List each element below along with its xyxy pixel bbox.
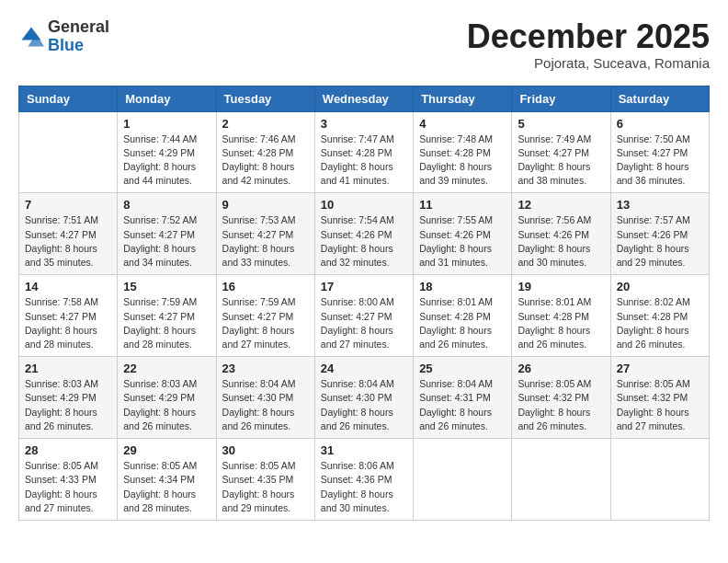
calendar-cell xyxy=(610,439,709,521)
logo-icon xyxy=(18,24,44,50)
weekday-header-sunday: Sunday xyxy=(19,86,118,111)
calendar-cell: 25Sunrise: 8:04 AM Sunset: 4:31 PM Dayli… xyxy=(414,357,512,439)
calendar-cell: 22Sunrise: 8:03 AM Sunset: 4:29 PM Dayli… xyxy=(118,357,216,439)
day-number: 11 xyxy=(419,198,506,212)
calendar-cell: 12Sunrise: 7:56 AM Sunset: 4:26 PM Dayli… xyxy=(512,193,610,275)
day-info: Sunrise: 7:49 AM Sunset: 4:27 PM Dayligh… xyxy=(518,132,604,189)
day-number: 17 xyxy=(321,280,407,293)
calendar-cell: 9Sunrise: 7:53 AM Sunset: 4:27 PM Daylig… xyxy=(216,193,314,275)
weekday-header-wednesday: Wednesday xyxy=(314,86,413,111)
day-info: Sunrise: 8:00 AM Sunset: 4:27 PM Dayligh… xyxy=(321,295,407,351)
calendar-cell: 24Sunrise: 8:04 AM Sunset: 4:30 PM Dayli… xyxy=(314,357,413,439)
weekday-header-saturday: Saturday xyxy=(610,86,709,111)
logo-blue: Blue xyxy=(48,36,84,54)
calendar-cell: 19Sunrise: 8:01 AM Sunset: 4:28 PM Dayli… xyxy=(512,275,610,357)
calendar-cell: 4Sunrise: 7:48 AM Sunset: 4:28 PM Daylig… xyxy=(414,111,512,193)
calendar-table: SundayMondayTuesdayWednesdayThursdayFrid… xyxy=(18,86,710,521)
day-info: Sunrise: 8:05 AM Sunset: 4:35 PM Dayligh… xyxy=(222,459,309,515)
weekday-header-monday: Monday xyxy=(118,86,216,111)
calendar-cell: 31Sunrise: 8:06 AM Sunset: 4:36 PM Dayli… xyxy=(314,439,413,521)
month-title: December 2025 xyxy=(467,18,710,55)
title-block: December 2025 Pojorata, Suceava, Romania xyxy=(467,18,710,71)
day-number: 23 xyxy=(222,362,309,375)
calendar-cell: 7Sunrise: 7:51 AM Sunset: 4:27 PM Daylig… xyxy=(19,193,118,275)
day-info: Sunrise: 8:05 AM Sunset: 4:32 PM Dayligh… xyxy=(518,377,604,433)
weekday-header-tuesday: Tuesday xyxy=(216,86,314,111)
location: Pojorata, Suceava, Romania xyxy=(467,55,710,71)
day-info: Sunrise: 8:03 AM Sunset: 4:29 PM Dayligh… xyxy=(25,377,111,433)
day-number: 29 xyxy=(123,443,210,457)
calendar-cell: 18Sunrise: 8:01 AM Sunset: 4:28 PM Dayli… xyxy=(414,275,512,357)
calendar-cell: 14Sunrise: 7:58 AM Sunset: 4:27 PM Dayli… xyxy=(19,275,118,357)
day-info: Sunrise: 8:03 AM Sunset: 4:29 PM Dayligh… xyxy=(123,377,210,433)
day-info: Sunrise: 8:05 AM Sunset: 4:34 PM Dayligh… xyxy=(123,459,210,515)
day-info: Sunrise: 7:54 AM Sunset: 4:26 PM Dayligh… xyxy=(321,213,407,270)
day-number: 20 xyxy=(617,280,703,293)
calendar-cell: 3Sunrise: 7:47 AM Sunset: 4:28 PM Daylig… xyxy=(314,111,413,193)
calendar-cell: 8Sunrise: 7:52 AM Sunset: 4:27 PM Daylig… xyxy=(118,193,216,275)
calendar-cell: 29Sunrise: 8:05 AM Sunset: 4:34 PM Dayli… xyxy=(118,439,216,521)
day-info: Sunrise: 7:52 AM Sunset: 4:27 PM Dayligh… xyxy=(123,213,210,270)
calendar-cell: 28Sunrise: 8:05 AM Sunset: 4:33 PM Dayli… xyxy=(19,439,118,521)
day-info: Sunrise: 8:01 AM Sunset: 4:28 PM Dayligh… xyxy=(419,295,506,351)
day-info: Sunrise: 8:05 AM Sunset: 4:33 PM Dayligh… xyxy=(25,459,111,515)
day-number: 30 xyxy=(222,443,309,457)
calendar-week-1: 1Sunrise: 7:44 AM Sunset: 4:29 PM Daylig… xyxy=(19,111,710,193)
calendar-cell xyxy=(414,439,512,521)
day-number: 19 xyxy=(518,280,604,293)
day-number: 26 xyxy=(518,362,604,375)
calendar-cell: 21Sunrise: 8:03 AM Sunset: 4:29 PM Dayli… xyxy=(19,357,118,439)
day-number: 7 xyxy=(25,198,111,212)
calendar-cell: 27Sunrise: 8:05 AM Sunset: 4:32 PM Dayli… xyxy=(610,357,709,439)
calendar-cell: 6Sunrise: 7:50 AM Sunset: 4:27 PM Daylig… xyxy=(610,111,709,193)
weekday-header-thursday: Thursday xyxy=(414,86,512,111)
calendar-cell: 26Sunrise: 8:05 AM Sunset: 4:32 PM Dayli… xyxy=(512,357,610,439)
day-info: Sunrise: 8:04 AM Sunset: 4:30 PM Dayligh… xyxy=(222,377,309,433)
weekday-header-friday: Friday xyxy=(512,86,610,111)
day-number: 22 xyxy=(123,362,210,375)
day-info: Sunrise: 7:46 AM Sunset: 4:28 PM Dayligh… xyxy=(222,132,309,189)
logo-text: General Blue xyxy=(48,18,109,55)
day-number: 18 xyxy=(419,280,506,293)
day-number: 1 xyxy=(123,117,210,131)
calendar-cell xyxy=(512,439,610,521)
calendar-cell: 10Sunrise: 7:54 AM Sunset: 4:26 PM Dayli… xyxy=(314,193,413,275)
day-number: 14 xyxy=(25,280,111,293)
day-info: Sunrise: 7:51 AM Sunset: 4:27 PM Dayligh… xyxy=(25,213,111,270)
day-number: 4 xyxy=(419,117,506,131)
calendar-week-2: 7Sunrise: 7:51 AM Sunset: 4:27 PM Daylig… xyxy=(19,193,710,275)
logo: General Blue xyxy=(18,18,109,55)
calendar-cell: 2Sunrise: 7:46 AM Sunset: 4:28 PM Daylig… xyxy=(216,111,314,193)
calendar-cell: 1Sunrise: 7:44 AM Sunset: 4:29 PM Daylig… xyxy=(118,111,216,193)
day-number: 5 xyxy=(518,117,604,131)
page-header: General Blue December 2025 Pojorata, Suc… xyxy=(18,18,710,71)
day-number: 2 xyxy=(222,117,309,131)
calendar-cell: 16Sunrise: 7:59 AM Sunset: 4:27 PM Dayli… xyxy=(216,275,314,357)
day-info: Sunrise: 8:02 AM Sunset: 4:28 PM Dayligh… xyxy=(617,295,703,351)
calendar-week-3: 14Sunrise: 7:58 AM Sunset: 4:27 PM Dayli… xyxy=(19,275,710,357)
day-number: 3 xyxy=(321,117,407,131)
calendar-week-4: 21Sunrise: 8:03 AM Sunset: 4:29 PM Dayli… xyxy=(19,357,710,439)
calendar-cell: 15Sunrise: 7:59 AM Sunset: 4:27 PM Dayli… xyxy=(118,275,216,357)
day-number: 8 xyxy=(123,198,210,212)
day-number: 10 xyxy=(321,198,407,212)
day-info: Sunrise: 8:04 AM Sunset: 4:31 PM Dayligh… xyxy=(419,377,506,433)
day-number: 9 xyxy=(222,198,309,212)
day-number: 31 xyxy=(321,443,407,457)
day-info: Sunrise: 7:55 AM Sunset: 4:26 PM Dayligh… xyxy=(419,213,506,270)
day-number: 25 xyxy=(419,362,506,375)
day-info: Sunrise: 7:53 AM Sunset: 4:27 PM Dayligh… xyxy=(222,213,309,270)
day-number: 15 xyxy=(123,280,210,293)
calendar-cell: 30Sunrise: 8:05 AM Sunset: 4:35 PM Dayli… xyxy=(216,439,314,521)
day-number: 28 xyxy=(25,443,111,457)
day-info: Sunrise: 7:57 AM Sunset: 4:26 PM Dayligh… xyxy=(617,213,703,270)
calendar-cell: 17Sunrise: 8:00 AM Sunset: 4:27 PM Dayli… xyxy=(314,275,413,357)
day-info: Sunrise: 7:59 AM Sunset: 4:27 PM Dayligh… xyxy=(222,295,309,351)
logo-general: General xyxy=(48,17,109,36)
day-number: 13 xyxy=(617,198,703,212)
weekday-header-row: SundayMondayTuesdayWednesdayThursdayFrid… xyxy=(19,86,710,111)
day-info: Sunrise: 7:58 AM Sunset: 4:27 PM Dayligh… xyxy=(25,295,111,351)
calendar-cell: 11Sunrise: 7:55 AM Sunset: 4:26 PM Dayli… xyxy=(414,193,512,275)
day-info: Sunrise: 7:56 AM Sunset: 4:26 PM Dayligh… xyxy=(518,213,604,270)
day-number: 16 xyxy=(222,280,309,293)
